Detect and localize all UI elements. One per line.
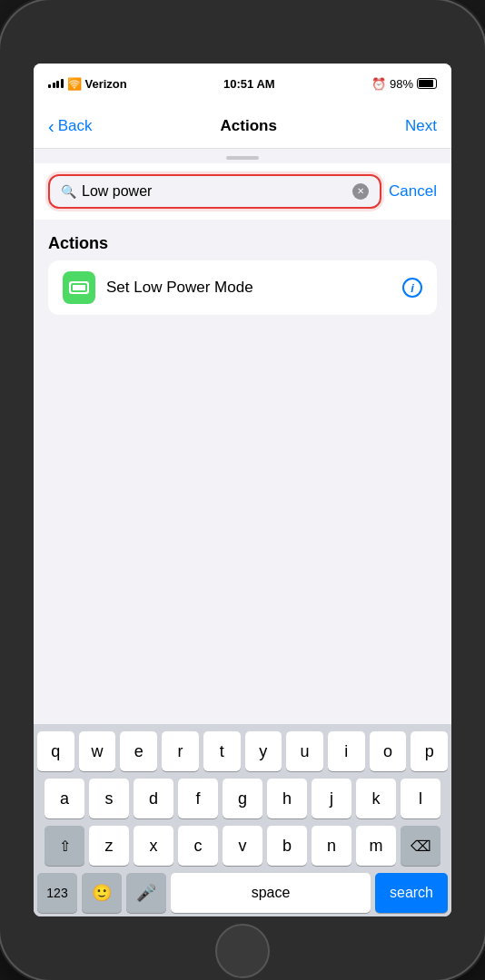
- phone-screen: 🛜 Verizon 10:51 AM ⏰ 98% ‹ Back Actions …: [34, 64, 451, 916]
- key-h[interactable]: h: [267, 779, 307, 818]
- key-i[interactable]: i: [328, 731, 365, 771]
- numeric-key[interactable]: 123: [37, 873, 77, 913]
- action-list: Set Low Power Mode i: [48, 260, 437, 315]
- key-p[interactable]: p: [411, 731, 448, 771]
- search-field-wrapper[interactable]: 🔍: [48, 174, 381, 209]
- key-g[interactable]: g: [223, 779, 262, 818]
- key-c[interactable]: c: [178, 826, 218, 866]
- home-button[interactable]: [215, 924, 270, 978]
- back-chevron-icon: ‹: [48, 117, 54, 135]
- alarm-icon: ⏰: [371, 77, 386, 91]
- back-label: Back: [58, 117, 93, 135]
- key-s[interactable]: s: [89, 779, 129, 818]
- content-area: 🔍 Cancel Actions Set Low Power Mode i: [34, 149, 451, 916]
- cancel-button[interactable]: Cancel: [389, 182, 437, 201]
- key-e[interactable]: e: [120, 731, 157, 771]
- carrier-label: Verizon: [85, 77, 127, 91]
- key-f[interactable]: f: [178, 779, 218, 818]
- emoji-key[interactable]: 🙂: [82, 873, 122, 913]
- key-n[interactable]: n: [312, 826, 351, 866]
- signal-bars: [48, 79, 64, 88]
- phone-frame: 🛜 Verizon 10:51 AM ⏰ 98% ‹ Back Actions …: [0, 0, 485, 980]
- battery-label: 98%: [390, 77, 413, 91]
- key-k[interactable]: k: [356, 779, 396, 818]
- backspace-key[interactable]: ⌫: [401, 826, 440, 866]
- search-input[interactable]: [82, 183, 347, 200]
- key-m[interactable]: m: [356, 826, 396, 866]
- back-button[interactable]: ‹ Back: [48, 117, 92, 135]
- key-u[interactable]: u: [286, 731, 323, 771]
- mic-key[interactable]: 🎤: [126, 873, 166, 913]
- info-button[interactable]: i: [402, 278, 422, 298]
- search-icon: 🔍: [61, 184, 76, 199]
- keyboard-row-1: q w e r t y u i o p: [37, 731, 448, 771]
- section-header: Actions: [34, 220, 451, 260]
- key-r[interactable]: r: [162, 731, 199, 771]
- battery-icon: [417, 78, 437, 89]
- keyboard-row-2: a s d f g h j k l: [37, 779, 448, 818]
- status-left: 🛜 Verizon: [48, 77, 127, 91]
- shift-icon: ⇧: [59, 838, 71, 855]
- key-b[interactable]: b: [267, 826, 307, 866]
- status-bar: 🛜 Verizon 10:51 AM ⏰ 98%: [34, 64, 451, 103]
- key-o[interactable]: o: [370, 731, 407, 771]
- time-label: 10:51 AM: [223, 77, 275, 91]
- key-w[interactable]: w: [79, 731, 116, 771]
- key-y[interactable]: y: [245, 731, 282, 771]
- key-v[interactable]: v: [223, 826, 262, 866]
- page-title: Actions: [221, 117, 277, 135]
- action-label: Set Low Power Mode: [106, 279, 391, 297]
- nav-bar: ‹ Back Actions Next: [34, 103, 451, 149]
- key-q[interactable]: q: [37, 731, 74, 771]
- key-z[interactable]: z: [89, 826, 129, 866]
- drag-indicator: [226, 156, 259, 160]
- actions-section: Actions Set Low Power Mode i: [34, 220, 451, 724]
- search-key[interactable]: search: [375, 873, 448, 913]
- key-d[interactable]: d: [134, 779, 173, 818]
- space-key[interactable]: space: [171, 873, 371, 913]
- wifi-icon: 🛜: [67, 77, 82, 91]
- key-j[interactable]: j: [312, 779, 351, 818]
- keyboard-row-3: ⇧ z x c v b n m ⌫: [37, 826, 448, 866]
- key-t[interactable]: t: [203, 731, 241, 771]
- key-x[interactable]: x: [134, 826, 173, 866]
- shift-key[interactable]: ⇧: [45, 826, 84, 866]
- clear-button[interactable]: [352, 183, 369, 200]
- keyboard: q w e r t y u i o p a s d f g: [34, 724, 451, 916]
- status-right: ⏰ 98%: [371, 77, 437, 91]
- list-item[interactable]: Set Low Power Mode i: [48, 260, 437, 315]
- backspace-icon: ⌫: [411, 838, 431, 855]
- search-container: 🔍 Cancel: [34, 163, 451, 220]
- next-button[interactable]: Next: [405, 117, 437, 135]
- key-l[interactable]: l: [401, 779, 440, 818]
- low-power-icon: [69, 281, 89, 294]
- action-icon: [63, 271, 95, 304]
- battery-fill: [419, 80, 433, 87]
- key-a[interactable]: a: [45, 779, 84, 818]
- keyboard-bottom-row: 123 🙂 🎤 space search: [37, 873, 448, 913]
